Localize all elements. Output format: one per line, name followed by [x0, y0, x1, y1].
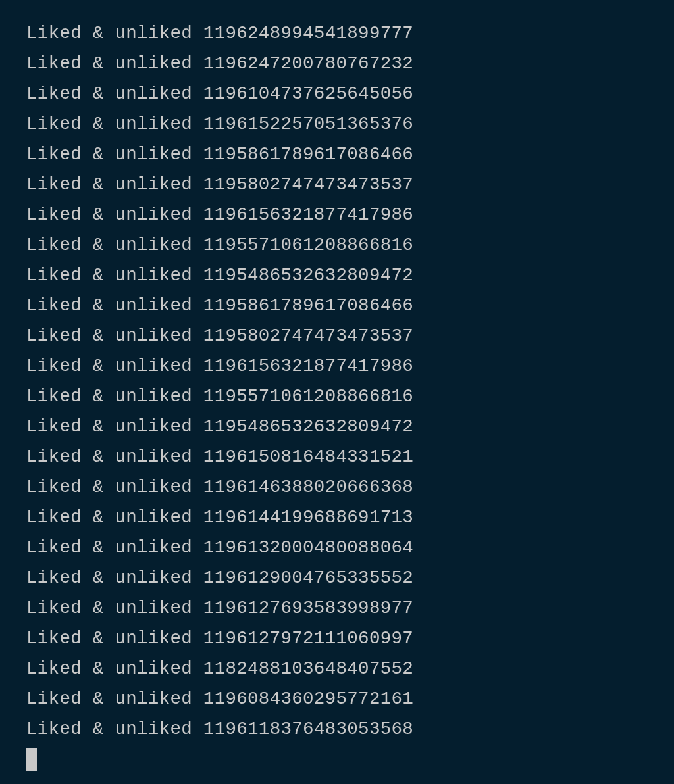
terminal-line: Liked & unliked 1196144199688691713	[26, 502, 674, 533]
terminal-cursor	[26, 748, 37, 771]
terminal-line: Liked & unliked 1196127693583998977	[26, 593, 674, 624]
terminal-line: Liked & unliked 1196156321877417986	[26, 200, 674, 230]
terminal-line: Liked & unliked 1196248994541899777	[26, 18, 674, 49]
terminal-line: Liked & unliked 1195861789617086466	[26, 139, 674, 170]
terminal-line: Liked & unliked 1195802747473473537	[26, 170, 674, 200]
terminal-line: Liked & unliked 1196156321877417986	[26, 351, 674, 381]
terminal-line: Liked & unliked 1196146388020666368	[26, 472, 674, 502]
terminal-line: Liked & unliked 1196247200780767232	[26, 49, 674, 79]
terminal-line: Liked & unliked 1196150816484331521	[26, 442, 674, 472]
terminal-line: Liked & unliked 1196132000480088064	[26, 533, 674, 563]
terminal-line: Liked & unliked 1182488103648407552	[26, 654, 674, 684]
terminal-line: Liked & unliked 1196118376483053568	[26, 714, 674, 745]
terminal-line: Liked & unliked 1196127972111060997	[26, 624, 674, 654]
terminal-line: Liked & unliked 1195486532632809472	[26, 412, 674, 442]
terminal-line: Liked & unliked 1196129004765335552	[26, 563, 674, 593]
cursor-line	[26, 745, 674, 776]
terminal-line: Liked & unliked 1195802747473473537	[26, 321, 674, 351]
terminal-line: Liked & unliked 1195861789617086466	[26, 291, 674, 321]
terminal-output: Liked & unliked 1196248994541899777Liked…	[26, 18, 674, 745]
terminal-line: Liked & unliked 1196084360295772161	[26, 684, 674, 714]
terminal-line: Liked & unliked 1195571061208866816	[26, 230, 674, 260]
terminal-line: Liked & unliked 1195486532632809472	[26, 260, 674, 291]
terminal-line: Liked & unliked 1196152257051365376	[26, 109, 674, 139]
terminal-line: Liked & unliked 1195571061208866816	[26, 381, 674, 412]
terminal-line: Liked & unliked 1196104737625645056	[26, 79, 674, 109]
